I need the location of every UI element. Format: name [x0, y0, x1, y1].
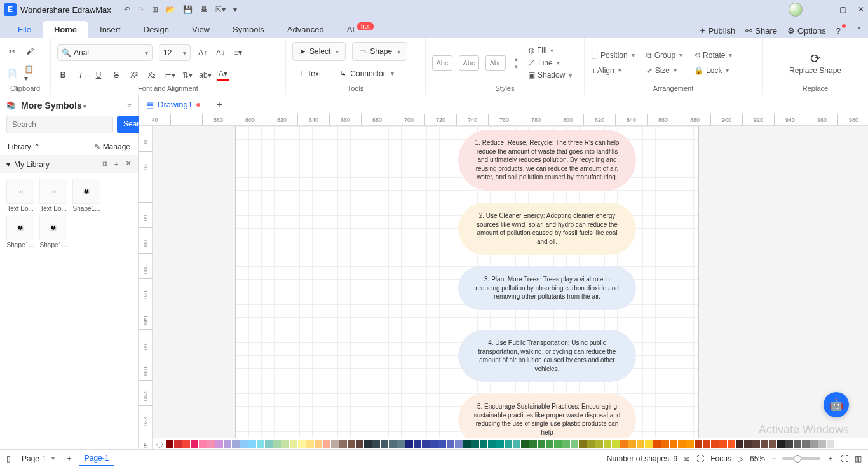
color-swatch[interactable]	[645, 440, 653, 448]
open-icon[interactable]: 📂	[166, 5, 175, 14]
color-swatch[interactable]	[480, 440, 487, 448]
page-tab[interactable]: Page-1	[79, 451, 114, 466]
color-swatch[interactable]	[166, 440, 173, 448]
color-swatch[interactable]	[199, 440, 207, 448]
color-swatch[interactable]	[257, 440, 264, 448]
fit-page-icon[interactable]: ⛶	[841, 454, 848, 463]
color-swatch[interactable]	[521, 440, 529, 448]
color-swatch[interactable]	[215, 440, 223, 448]
save-icon[interactable]: 💾	[183, 5, 193, 14]
color-swatch[interactable]	[661, 440, 669, 448]
new-icon[interactable]: ⊞	[152, 5, 158, 14]
group-button[interactable]: ⧉Group▾	[646, 51, 682, 60]
panels-icon[interactable]: ▥	[855, 454, 862, 463]
manage-link[interactable]: ✎ Manage	[94, 142, 130, 151]
font-color-icon[interactable]: A▾	[217, 69, 229, 81]
document-tab[interactable]: ▤ Drawing1	[139, 97, 208, 112]
undo-icon[interactable]: ↶	[124, 5, 130, 14]
color-swatch[interactable]	[414, 440, 421, 448]
export-icon[interactable]: ⇱▾	[215, 5, 226, 14]
color-swatch[interactable]	[736, 440, 743, 448]
zoom-out-button[interactable]: −	[771, 454, 776, 463]
color-swatch[interactable]	[348, 440, 355, 448]
line-button[interactable]: ／Line▾	[528, 57, 572, 68]
focus-label[interactable]: Focus	[710, 454, 731, 463]
color-swatch[interactable]	[505, 440, 512, 448]
fill-button[interactable]: ◍Fill▾	[528, 46, 572, 55]
color-swatch[interactable]	[579, 440, 587, 448]
color-swatch[interactable]	[802, 440, 810, 448]
color-swatch[interactable]	[372, 440, 380, 448]
font-size-select[interactable]: 12▾	[159, 44, 191, 61]
tab-design[interactable]: Design	[132, 21, 180, 38]
presentation-icon[interactable]: ▷	[738, 454, 743, 463]
color-swatch[interactable]	[711, 440, 719, 448]
color-swatch[interactable]	[290, 440, 297, 448]
color-swatch[interactable]	[769, 440, 776, 448]
shape-tool-button[interactable]: ▭Shape▾	[352, 42, 407, 61]
shape-item[interactable]: txtText Bo...	[5, 179, 36, 212]
color-swatch[interactable]	[513, 440, 520, 448]
color-swatch[interactable]	[224, 440, 231, 448]
lib-close-icon[interactable]: ✕	[125, 159, 132, 170]
shape-bubble-4[interactable]: 4. Use Public Transportation: Using publ…	[458, 330, 636, 382]
qat-more-icon[interactable]: ▾	[233, 5, 237, 14]
rotate-button[interactable]: ⟲Rotate▾	[694, 51, 732, 60]
style-swatch-1[interactable]: Abc	[432, 55, 452, 71]
color-swatch[interactable]	[265, 440, 273, 448]
font-family-select[interactable]: 🔍 Arial ▾	[57, 44, 153, 61]
my-library-header[interactable]: ▾ My Library ⧉ ＋ ✕	[0, 155, 138, 173]
color-swatch[interactable]	[248, 440, 256, 448]
color-swatch[interactable]	[810, 440, 818, 448]
add-document-tab[interactable]: ＋	[208, 98, 231, 111]
color-swatch[interactable]	[191, 440, 198, 448]
color-swatch[interactable]	[587, 440, 595, 448]
color-swatch[interactable]	[232, 440, 240, 448]
color-swatch[interactable]	[637, 440, 644, 448]
color-swatch[interactable]	[430, 440, 438, 448]
color-swatch[interactable]	[653, 440, 661, 448]
color-swatch[interactable]	[827, 440, 834, 448]
canvas[interactable]: 1. Reduce, Reuse, Recycle: The three R's…	[153, 126, 868, 449]
color-swatch[interactable]	[686, 440, 694, 448]
color-swatch[interactable]	[455, 440, 463, 448]
style-down-icon[interactable]: ▾	[515, 64, 518, 70]
lib-add-icon[interactable]: ＋	[112, 159, 120, 170]
focus-icon[interactable]: ⛶	[696, 454, 704, 463]
shape-item[interactable]: 👪Shape1...	[71, 179, 102, 212]
color-swatch[interactable]	[447, 440, 454, 448]
color-swatch[interactable]	[703, 440, 710, 448]
color-swatch[interactable]	[777, 440, 785, 448]
style-up-icon[interactable]: ▴	[515, 56, 518, 62]
bullet-list-icon[interactable]: ≔▾	[164, 69, 175, 81]
line-spacing-icon[interactable]: ⇅▾	[182, 69, 193, 81]
shape-bubble-1[interactable]: 1. Reduce, Reuse, Recycle: The three R's…	[458, 130, 636, 191]
add-page-button[interactable]: ＋	[65, 453, 73, 464]
cut-icon[interactable]: ✂	[6, 46, 18, 57]
color-swatch[interactable]	[794, 440, 801, 448]
replace-shape-icon[interactable]: ⟳	[789, 51, 841, 66]
tab-advanced[interactable]: Advanced	[276, 21, 336, 38]
tab-insert[interactable]: Insert	[88, 21, 132, 38]
superscript-icon[interactable]: X²	[128, 69, 140, 81]
layers-icon[interactable]: ≋	[684, 454, 690, 463]
color-swatch[interactable]	[670, 440, 677, 448]
color-swatch[interactable]	[538, 440, 545, 448]
increase-font-icon[interactable]: A↑	[197, 47, 208, 58]
lock-button[interactable]: 🔒Lock▾	[694, 66, 732, 75]
shape-item[interactable]: 👪Shape1...	[38, 215, 69, 248]
color-swatch[interactable]	[381, 440, 388, 448]
tab-home[interactable]: Home	[43, 21, 88, 38]
color-swatch[interactable]	[207, 440, 215, 448]
decrease-font-icon[interactable]: A↓	[215, 47, 226, 58]
publish-button[interactable]: ✈Publish	[699, 26, 736, 36]
style-swatch-3[interactable]: Abc	[485, 55, 506, 71]
color-swatch[interactable]	[728, 440, 735, 448]
color-swatch[interactable]	[562, 440, 570, 448]
position-button[interactable]: ⬚Position▾	[591, 51, 635, 60]
tab-ai[interactable]: AIhot	[336, 21, 385, 38]
print-icon[interactable]: 🖶	[200, 5, 208, 14]
color-swatch[interactable]	[554, 440, 562, 448]
paste-icon[interactable]: 📋▾	[24, 68, 36, 79]
align-button[interactable]: ⫞Align▾	[591, 66, 635, 75]
